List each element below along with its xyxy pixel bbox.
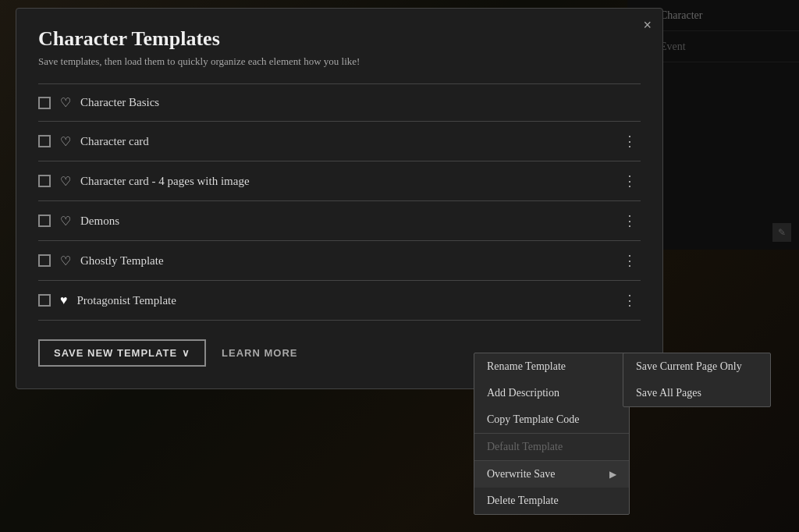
- template-menu-button-6[interactable]: ⋮: [620, 292, 641, 309]
- template-menu-button-3[interactable]: ⋮: [620, 172, 641, 190]
- template-row: ♡ Ghostly Template ⋮: [38, 241, 641, 281]
- heart-icon-5[interactable]: ♡: [60, 254, 71, 268]
- submenu-label-save-page: Save Current Page Only: [636, 360, 742, 372]
- template-checkbox-5[interactable]: [38, 254, 51, 267]
- submenu-chevron-icon: ▶: [609, 469, 616, 481]
- template-menu-button-5[interactable]: ⋮: [620, 252, 641, 269]
- template-row: ♡ Demons ⋮: [38, 201, 641, 241]
- heart-icon-1[interactable]: ♡: [60, 95, 71, 110]
- submenu-item-save-page[interactable]: Save Current Page Only: [623, 353, 770, 380]
- template-name-1: Character Basics: [80, 96, 641, 109]
- template-name-4: Demons: [80, 215, 610, 228]
- template-name-2: Character card: [80, 135, 610, 148]
- save-new-label: SAVE NEW TEMPLATE: [54, 347, 177, 359]
- context-menu-label-delete: Delete Template: [487, 495, 559, 507]
- context-menu-item-overwrite[interactable]: Overwrite Save ▶: [474, 461, 629, 488]
- context-menu-item-delete[interactable]: Delete Template: [474, 488, 629, 514]
- template-name-3: Character card - 4 pages with image: [80, 175, 610, 188]
- context-menu-item-add-desc[interactable]: Add Description: [474, 380, 629, 406]
- template-name-5: Ghostly Template: [80, 254, 610, 268]
- template-menu-button-4[interactable]: ⋮: [620, 212, 641, 229]
- template-checkbox-4[interactable]: [38, 215, 51, 227]
- heart-icon-6[interactable]: ♥: [60, 293, 68, 307]
- template-checkbox-6[interactable]: [38, 294, 51, 307]
- context-menu: Rename Template Add Description Copy Tem…: [474, 353, 630, 515]
- learn-more-button[interactable]: LEARN MORE: [222, 347, 297, 359]
- context-menu-label-overwrite: Overwrite Save: [487, 468, 555, 481]
- character-templates-dialog: × Character Templates Save templates, th…: [16, 8, 663, 389]
- context-menu-label-copy-code: Copy Template Code: [487, 413, 580, 426]
- submenu-overwrite: Save Current Page Only Save All Pages: [623, 353, 771, 407]
- submenu-label-save-all: Save All Pages: [636, 387, 701, 399]
- template-menu-button-2[interactable]: ⋮: [620, 133, 641, 150]
- template-checkbox-2[interactable]: [38, 135, 51, 147]
- save-new-chevron: ∨: [182, 347, 190, 359]
- dialog-subtitle: Save templates, then load them to quickl…: [38, 55, 641, 68]
- heart-icon-2[interactable]: ♡: [60, 134, 71, 149]
- context-menu-item-default: Default Template: [474, 434, 629, 460]
- save-new-template-button[interactable]: SAVE NEW TEMPLATE ∨: [38, 339, 206, 367]
- template-checkbox-3[interactable]: [38, 175, 51, 187]
- template-list: ♡ Character Basics ♡ Character card ⋮ ♡ …: [38, 83, 641, 321]
- context-menu-item-copy-code[interactable]: Copy Template Code: [474, 406, 629, 433]
- template-row: ♡ Character card ⋮: [38, 122, 641, 161]
- heart-icon-4[interactable]: ♡: [60, 214, 71, 229]
- template-row: ♡ Character card - 4 pages with image ⋮: [38, 161, 641, 201]
- context-menu-label-add-desc: Add Description: [487, 387, 559, 399]
- template-checkbox-1[interactable]: [38, 97, 51, 109]
- template-row: ♥ Protagonist Template ⋮: [38, 281, 641, 321]
- template-row: ♡ Character Basics: [38, 84, 641, 122]
- close-button[interactable]: ×: [643, 18, 652, 32]
- context-menu-label-rename: Rename Template: [487, 360, 566, 373]
- heart-icon-3[interactable]: ♡: [60, 174, 71, 189]
- context-menu-label-default: Default Template: [487, 441, 563, 453]
- template-name-6: Protagonist Template: [77, 294, 611, 307]
- context-menu-item-rename[interactable]: Rename Template: [474, 353, 629, 380]
- submenu-item-save-all[interactable]: Save All Pages: [623, 380, 770, 406]
- dialog-title: Character Templates: [38, 27, 641, 51]
